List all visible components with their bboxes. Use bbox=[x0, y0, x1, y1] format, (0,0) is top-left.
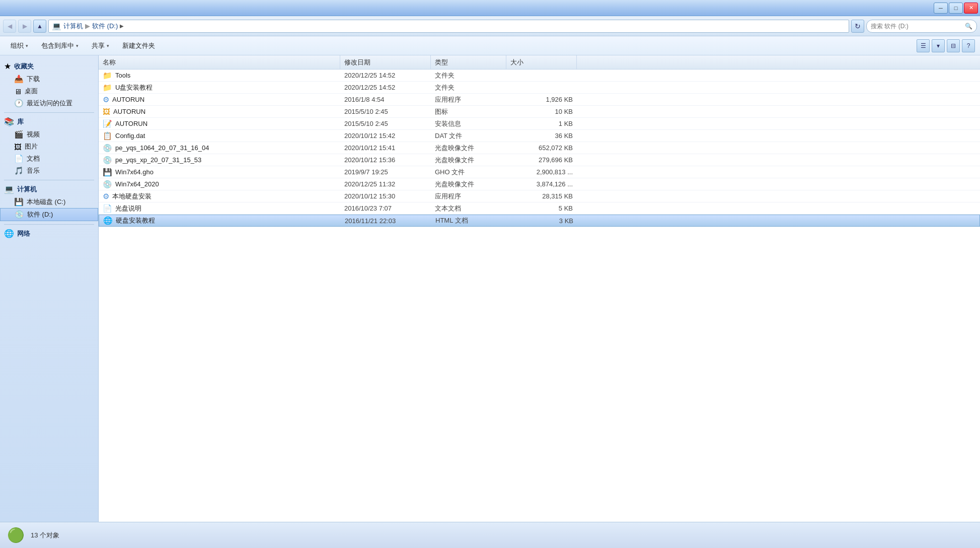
toolbar-right: ☰ ▾ ⊟ ? bbox=[917, 39, 975, 52]
refresh-button[interactable]: ↻ bbox=[851, 20, 864, 33]
file-area: 名称 修改日期 类型 大小 📁 Tools 2020/12/25 14:52 文… bbox=[99, 55, 980, 522]
file-type-cell: 光盘映像文件 bbox=[431, 154, 506, 166]
status-bar: 🟢 13 个对象 bbox=[0, 522, 980, 548]
new-folder-button[interactable]: 新建文件夹 bbox=[117, 39, 161, 53]
file-name-cell: 📋 Config.dat bbox=[99, 130, 340, 142]
file-icon: 📁 bbox=[103, 83, 112, 92]
file-type-cell: 应用程序 bbox=[431, 94, 506, 105]
file-size-cell: 36 KB bbox=[506, 130, 577, 142]
table-row[interactable]: 🌐 硬盘安装教程 2016/11/21 22:03 HTML 文档 3 KB bbox=[99, 215, 980, 227]
table-row[interactable]: 📁 Tools 2020/12/25 14:52 文件夹 bbox=[99, 70, 980, 82]
maximize-button[interactable]: □ bbox=[949, 3, 963, 14]
file-size-cell: 10 KB bbox=[506, 106, 577, 117]
sidebar-item-video[interactable]: 🎬 视频 bbox=[0, 128, 98, 141]
close-button[interactable]: ✕ bbox=[964, 3, 978, 14]
table-row[interactable]: 📁 U盘安装教程 2020/12/25 14:52 文件夹 bbox=[99, 82, 980, 94]
sidebar-item-c-drive[interactable]: 💾 本地磁盘 (C:) bbox=[0, 196, 98, 208]
sidebar-item-pictures[interactable]: 🖼 图片 bbox=[0, 141, 98, 153]
back-button[interactable]: ◀ bbox=[3, 20, 16, 33]
library-header[interactable]: 📚 库 bbox=[0, 115, 98, 128]
favorites-section: ★ 收藏夹 📥 下载 🖥 桌面 🕐 最近访问的位置 bbox=[0, 59, 98, 109]
change-view-button[interactable]: ☰ bbox=[917, 39, 930, 52]
file-type-cell: 应用程序 bbox=[431, 190, 506, 202]
sidebar-item-d-drive[interactable]: 💿 软件 (D:) bbox=[0, 208, 98, 221]
toolbar: 组织 ▾ 包含到库中 ▾ 共享 ▾ 新建文件夹 ☰ ▾ ⊟ ? bbox=[0, 36, 980, 55]
file-size-cell: 3,874,126 ... bbox=[506, 178, 577, 190]
organize-button[interactable]: 组织 ▾ bbox=[5, 39, 34, 53]
sidebar-item-documents[interactable]: 📄 文档 bbox=[0, 153, 98, 165]
table-row[interactable]: ⚙ 本地硬盘安装 2020/10/12 15:30 应用程序 28,315 KB bbox=[99, 190, 980, 202]
sidebar-item-downloads[interactable]: 📥 下载 bbox=[0, 73, 98, 85]
video-label: 视频 bbox=[27, 130, 40, 139]
library-section: 📚 库 🎬 视频 🖼 图片 📄 文档 🎵 音乐 bbox=[0, 115, 98, 177]
include-library-button[interactable]: 包含到库中 ▾ bbox=[36, 39, 84, 53]
up-button[interactable]: ▲ bbox=[33, 20, 46, 33]
minimize-button[interactable]: ─ bbox=[934, 3, 948, 14]
column-header-modified[interactable]: 修改日期 bbox=[340, 55, 431, 69]
favorites-header[interactable]: ★ 收藏夹 bbox=[0, 59, 98, 73]
pictures-label: 图片 bbox=[25, 142, 38, 151]
refresh-icon: ↻ bbox=[855, 22, 861, 30]
view-options-button[interactable]: ▾ bbox=[932, 39, 945, 52]
file-icon: 💾 bbox=[103, 168, 112, 177]
share-arrow: ▾ bbox=[107, 43, 109, 48]
c-drive-label: 本地磁盘 (C:) bbox=[27, 197, 65, 207]
table-row[interactable]: 📝 AUTORUN 2015/5/10 2:45 安装信息 1 KB bbox=[99, 118, 980, 130]
sidebar-item-music[interactable]: 🎵 音乐 bbox=[0, 165, 98, 177]
downloads-label: 下载 bbox=[27, 75, 40, 84]
table-row[interactable]: 🖼 AUTORUN 2015/5/10 2:45 图标 10 KB bbox=[99, 106, 980, 118]
file-name-cell: 📄 光盘说明 bbox=[99, 202, 340, 214]
file-name: AUTORUN bbox=[112, 96, 144, 103]
help-button[interactable]: ? bbox=[962, 39, 975, 52]
preview-pane-button[interactable]: ⊟ bbox=[947, 39, 960, 52]
table-row[interactable]: 💾 Win7x64.gho 2019/9/7 19:25 GHO 文件 2,90… bbox=[99, 166, 980, 178]
column-header-type[interactable]: 类型 bbox=[431, 55, 506, 69]
file-name-cell: ⚙ AUTORUN bbox=[99, 94, 340, 105]
sidebar-sep3 bbox=[4, 224, 94, 225]
file-size-cell: 3 KB bbox=[507, 215, 577, 226]
file-icon: 🌐 bbox=[103, 216, 113, 225]
table-row[interactable]: 📄 光盘说明 2016/10/23 7:07 文本文档 5 KB bbox=[99, 202, 980, 215]
table-row[interactable]: ⚙ AUTORUN 2016/1/8 4:54 应用程序 1,926 KB bbox=[99, 94, 980, 106]
computer-header[interactable]: 💻 计算机 bbox=[0, 182, 98, 196]
file-size-cell: 1 KB bbox=[506, 118, 577, 129]
sidebar-item-desktop[interactable]: 🖥 桌面 bbox=[0, 85, 98, 97]
share-button[interactable]: 共享 ▾ bbox=[86, 39, 115, 53]
breadcrumb-drive[interactable]: 软件 (D:) bbox=[92, 22, 118, 31]
organize-arrow: ▾ bbox=[26, 43, 28, 48]
library-icon: 📚 bbox=[4, 117, 14, 126]
table-row[interactable]: 💿 pe_yqs_xp_20_07_31_15_53 2020/10/12 15… bbox=[99, 154, 980, 166]
file-icon: 📋 bbox=[103, 131, 112, 141]
file-icon: 💿 bbox=[103, 144, 112, 153]
network-header[interactable]: 🌐 网络 bbox=[0, 227, 98, 240]
forward-button[interactable]: ▶ bbox=[18, 20, 31, 33]
network-sidebar-icon: 🌐 bbox=[4, 229, 14, 238]
address-bar: ◀ ▶ ▲ 💻 计算机 ▶ 软件 (D:) ▶ ↻ 🔍 bbox=[0, 16, 980, 36]
table-row[interactable]: 💿 pe_yqs_1064_20_07_31_16_04 2020/10/12 … bbox=[99, 142, 980, 154]
file-icon: 💿 bbox=[103, 180, 112, 189]
file-size-cell: 652,072 KB bbox=[506, 142, 577, 154]
table-row[interactable]: 💿 Win7x64_2020 2020/12/25 11:32 光盘映像文件 3… bbox=[99, 178, 980, 190]
table-row[interactable]: 📋 Config.dat 2020/10/12 15:42 DAT 文件 36 … bbox=[99, 130, 980, 142]
sidebar: ★ 收藏夹 📥 下载 🖥 桌面 🕐 最近访问的位置 📚 库 bbox=[0, 55, 99, 522]
search-input[interactable] bbox=[871, 23, 963, 30]
breadcrumb-computer[interactable]: 计算机 bbox=[63, 22, 83, 31]
file-name-cell: 📁 U盘安装教程 bbox=[99, 82, 340, 93]
favorites-title: 收藏夹 bbox=[14, 62, 34, 71]
column-header-size[interactable]: 大小 bbox=[506, 55, 577, 69]
window-controls: ─ □ ✕ bbox=[934, 3, 978, 14]
file-list: 📁 Tools 2020/12/25 14:52 文件夹 📁 U盘安装教程 20… bbox=[99, 70, 980, 522]
documents-label: 文档 bbox=[27, 154, 40, 163]
column-header-name[interactable]: 名称 bbox=[99, 55, 340, 69]
main-layout: ★ 收藏夹 📥 下载 🖥 桌面 🕐 最近访问的位置 📚 库 bbox=[0, 55, 980, 522]
file-type-cell: GHO 文件 bbox=[431, 166, 506, 178]
music-icon: 🎵 bbox=[14, 166, 24, 175]
file-type-cell: 光盘映像文件 bbox=[431, 142, 506, 154]
desktop-icon: 🖥 bbox=[14, 87, 22, 96]
breadcrumb[interactable]: 💻 计算机 ▶ 软件 (D:) ▶ bbox=[48, 20, 849, 33]
file-date-cell: 2020/10/12 15:36 bbox=[340, 154, 431, 166]
search-box[interactable]: 🔍 bbox=[866, 20, 977, 33]
sidebar-item-recent[interactable]: 🕐 最近访问的位置 bbox=[0, 97, 98, 109]
file-type-cell: 文本文档 bbox=[431, 202, 506, 214]
view-options-arrow: ▾ bbox=[937, 42, 940, 49]
